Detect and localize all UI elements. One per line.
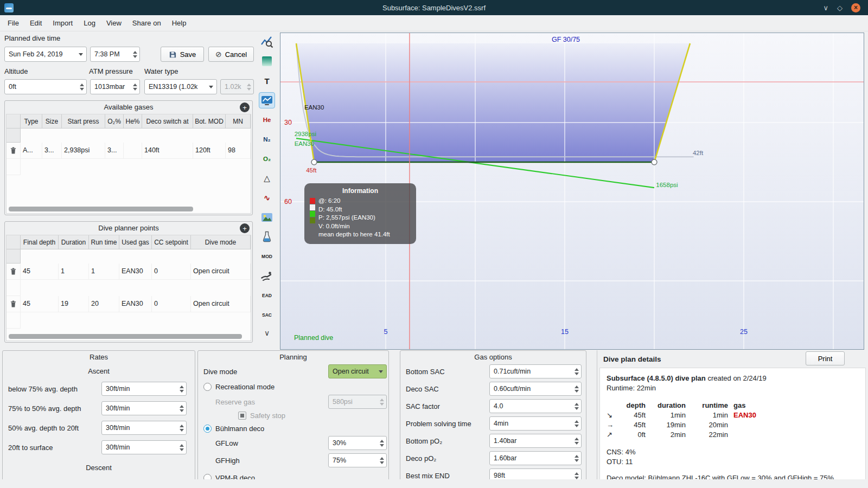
menu-help[interactable]: Help bbox=[167, 15, 192, 31]
gfhigh-spinner-up-arrow[interactable] bbox=[380, 457, 384, 460]
sac-icon[interactable]: SAC bbox=[259, 307, 275, 323]
print-button[interactable]: Print bbox=[806, 351, 845, 365]
gfhigh-spinner-down-arrow[interactable] bbox=[380, 461, 384, 464]
cell[interactable]: 120ft bbox=[193, 143, 226, 159]
cell[interactable]: 20 bbox=[89, 296, 119, 312]
gas-option-spinner-up-arrow[interactable] bbox=[575, 438, 579, 440]
text-scale-icon[interactable]: T bbox=[259, 73, 275, 89]
gflow-spinner-down-arrow[interactable] bbox=[380, 444, 384, 447]
water-type-combo[interactable]: EN13319 (1.02k bbox=[144, 79, 217, 94]
rate-spinner-up-arrow[interactable] bbox=[180, 405, 184, 408]
tank-bar-icon[interactable] bbox=[259, 229, 275, 245]
time-spinner-down-arrow[interactable] bbox=[133, 55, 137, 58]
gas-option-spinner-down-arrow[interactable] bbox=[575, 390, 579, 393]
partial-pressure-n2-icon[interactable]: N₂ bbox=[259, 131, 275, 147]
points-hscrollbar[interactable] bbox=[9, 334, 242, 339]
delete-row-button[interactable] bbox=[7, 264, 21, 280]
save-button[interactable]: Save bbox=[161, 47, 204, 62]
rate-spinner-down-arrow[interactable] bbox=[180, 429, 184, 432]
cell[interactable]: EAN30 bbox=[119, 264, 152, 280]
column-header-duration[interactable]: Duration bbox=[59, 235, 89, 249]
gfhigh-spinner[interactable]: 75% bbox=[328, 453, 387, 467]
cell[interactable]: 19 bbox=[59, 296, 89, 312]
altitude-spinner[interactable]: 0ft bbox=[4, 79, 87, 94]
menu-log[interactable]: Log bbox=[78, 15, 101, 31]
gas-option-spinner-up-arrow[interactable] bbox=[575, 403, 579, 406]
mod-icon[interactable]: MOD bbox=[259, 248, 275, 265]
close-button[interactable]: × bbox=[851, 3, 860, 12]
cell[interactable]: 98 bbox=[226, 143, 251, 159]
column-header-start-press[interactable]: Start press bbox=[62, 114, 105, 129]
cell[interactable] bbox=[124, 143, 142, 159]
minimize-button[interactable]: ∨ bbox=[823, 4, 828, 11]
cell[interactable]: 0 bbox=[152, 264, 191, 280]
cell[interactable]: Open circuit bbox=[191, 296, 251, 312]
rate-spinner-up-arrow[interactable] bbox=[180, 386, 184, 388]
ead-icon[interactable]: EAD bbox=[259, 287, 275, 304]
rate-spinner[interactable]: 30ft/min bbox=[101, 440, 187, 454]
cell[interactable]: 3... bbox=[105, 143, 124, 159]
panel-splitter[interactable] bbox=[597, 350, 597, 479]
gas-option-spinner-up-arrow[interactable] bbox=[575, 472, 579, 475]
column-header-deco-switch-at[interactable]: Deco switch at bbox=[142, 114, 193, 129]
collapse-toolbar-chevron[interactable]: ∨ bbox=[264, 329, 270, 337]
ceiling-gradient-icon[interactable] bbox=[259, 53, 275, 69]
dive-mode-combo[interactable]: Open circuit bbox=[328, 364, 387, 378]
add-point-button[interactable]: + bbox=[240, 223, 250, 233]
profile-display-icon[interactable] bbox=[259, 92, 275, 108]
delete-row-button[interactable] bbox=[7, 143, 21, 159]
rate-spinner[interactable]: 30ft/min bbox=[101, 401, 187, 415]
gas-option-spinner[interactable]: 1.40bar bbox=[489, 434, 582, 448]
column-header-he[interactable]: He% bbox=[124, 114, 142, 129]
titlebar[interactable]: Subsurface: SampleDivesV2.ssrf ∨ ◇ × bbox=[0, 0, 868, 15]
maximize-button[interactable]: ◇ bbox=[837, 4, 843, 11]
gflow-spinner[interactable]: 30% bbox=[328, 436, 387, 450]
column-header-size[interactable]: Size bbox=[42, 114, 62, 129]
atm-pressure-spinner-up-arrow[interactable] bbox=[133, 84, 137, 86]
partial-pressure-he-icon[interactable]: He bbox=[259, 112, 275, 128]
gas-option-spinner-down-arrow[interactable] bbox=[575, 442, 579, 445]
add-gas-button[interactable]: + bbox=[240, 102, 250, 112]
cell[interactable]: EAN30 bbox=[119, 296, 152, 312]
tissue-warning-icon[interactable]: △ bbox=[259, 170, 275, 187]
delete-row-button[interactable] bbox=[7, 296, 21, 312]
gas-option-spinner-down-arrow[interactable] bbox=[575, 459, 579, 462]
gas-option-spinner-up-arrow[interactable] bbox=[575, 368, 579, 371]
date-picker[interactable]: Sun Feb 24, 2019 bbox=[4, 47, 87, 62]
column-header-mn[interactable]: MN bbox=[226, 114, 251, 129]
gas-option-spinner[interactable]: 4.0 bbox=[489, 399, 582, 413]
cell[interactable]: 140ft bbox=[142, 143, 193, 159]
cell[interactable]: 45 bbox=[21, 296, 59, 312]
gas-option-spinner-down-arrow[interactable] bbox=[575, 407, 579, 410]
dive-profile-chart[interactable]: EAN302938psiEAN3045ft42ft1658psi30605152… bbox=[280, 33, 864, 350]
menu-view[interactable]: View bbox=[101, 15, 127, 31]
column-header-final-depth[interactable]: Final depth bbox=[21, 235, 59, 249]
partial-pressure-o2-icon[interactable]: O₂ bbox=[259, 151, 275, 167]
gas-option-spinner-down-arrow[interactable] bbox=[575, 373, 579, 375]
cell[interactable]: A... bbox=[21, 143, 42, 159]
gas-option-spinner-down-arrow[interactable] bbox=[575, 425, 579, 427]
gas-option-spinner-down-arrow[interactable] bbox=[575, 477, 579, 479]
altitude-spinner-up-arrow[interactable] bbox=[80, 84, 84, 86]
column-header-cc-setpoint[interactable]: CC setpoint bbox=[152, 235, 191, 249]
heart-rate-icon[interactable]: ∿ bbox=[259, 190, 275, 206]
cell[interactable]: 1 bbox=[59, 264, 89, 280]
cell[interactable]: 2,938psi bbox=[62, 143, 105, 159]
cell[interactable]: 0 bbox=[152, 296, 191, 312]
gas-option-spinner[interactable]: 4min bbox=[489, 416, 582, 431]
gas-option-spinner-up-arrow[interactable] bbox=[575, 386, 579, 388]
gas-option-spinner-up-arrow[interactable] bbox=[575, 420, 579, 423]
gas-option-spinner[interactable]: 0.60cuft/min bbox=[489, 382, 582, 396]
column-header-bot-mod[interactable]: Bot. MOD bbox=[193, 114, 226, 129]
gflow-spinner-up-arrow[interactable] bbox=[380, 440, 384, 442]
time-spinner[interactable]: 7:38 PM bbox=[90, 47, 140, 62]
photos-icon[interactable] bbox=[259, 209, 275, 226]
cell[interactable]: 1 bbox=[89, 264, 119, 280]
chart-zoom-icon[interactable] bbox=[259, 34, 275, 50]
rate-spinner[interactable]: 30ft/min bbox=[101, 382, 187, 396]
atm-pressure-spinner-down-arrow[interactable] bbox=[133, 88, 137, 91]
time-spinner-up-arrow[interactable] bbox=[133, 51, 137, 54]
rate-spinner-up-arrow[interactable] bbox=[180, 425, 184, 427]
menu-share-on[interactable]: Share on bbox=[127, 15, 167, 31]
column-header-type[interactable]: Type bbox=[21, 114, 42, 129]
